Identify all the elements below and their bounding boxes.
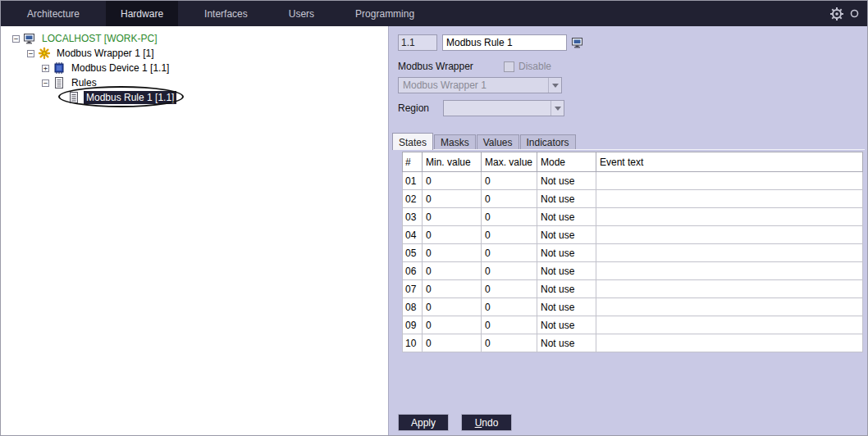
mode-cell[interactable]: Not use bbox=[537, 172, 596, 190]
mode-cell[interactable]: Not use bbox=[537, 208, 596, 226]
table-row[interactable]: 0900Not use bbox=[403, 316, 863, 334]
min-value-cell[interactable]: 0 bbox=[423, 280, 482, 298]
tab-masks[interactable]: Masks bbox=[434, 134, 476, 149]
tree-item-label: Modbus Wrapper 1 [1] bbox=[54, 47, 157, 60]
object-name-field[interactable] bbox=[442, 34, 567, 51]
mode-cell[interactable]: Not use bbox=[537, 244, 596, 262]
mode-cell[interactable]: Not use bbox=[537, 190, 596, 208]
event-text-cell[interactable] bbox=[596, 298, 863, 316]
collapse-icon[interactable]: − bbox=[12, 35, 20, 43]
region-dropdown[interactable] bbox=[443, 100, 564, 116]
max-value-cell[interactable]: 0 bbox=[482, 298, 537, 316]
apply-button[interactable]: Apply bbox=[398, 414, 449, 431]
object-id-field[interactable] bbox=[398, 34, 437, 51]
min-value-cell[interactable]: 0 bbox=[423, 316, 482, 334]
max-value-cell[interactable]: 0 bbox=[482, 244, 537, 262]
mode-cell[interactable]: Not use bbox=[537, 280, 596, 298]
min-value-cell[interactable]: 0 bbox=[423, 334, 482, 352]
event-text-cell[interactable] bbox=[596, 334, 863, 352]
event-text-cell[interactable] bbox=[596, 280, 863, 298]
panel-tabs: StatesMasksValuesIndicators bbox=[392, 133, 865, 150]
table-row[interactable]: 0400Not use bbox=[403, 226, 863, 244]
region-label: Region bbox=[398, 102, 429, 114]
column-header: Mode bbox=[537, 152, 596, 172]
min-value-cell[interactable]: 0 bbox=[423, 244, 482, 262]
min-value-cell[interactable]: 0 bbox=[423, 262, 482, 280]
table-row[interactable]: 0800Not use bbox=[403, 298, 863, 316]
collapse-icon[interactable]: − bbox=[42, 79, 49, 87]
event-text-cell[interactable] bbox=[596, 208, 863, 226]
table-row[interactable]: 0600Not use bbox=[403, 262, 863, 280]
topbar-tab-architecture[interactable]: Architecture bbox=[12, 1, 94, 26]
topbar-tab-hardware[interactable]: Hardware bbox=[106, 1, 178, 26]
min-value-cell[interactable]: 0 bbox=[423, 298, 482, 316]
max-value-cell[interactable]: 0 bbox=[482, 280, 537, 298]
max-value-cell[interactable]: 0 bbox=[482, 262, 537, 280]
min-value-cell[interactable]: 0 bbox=[423, 190, 482, 208]
hardware-tree: −LOCALHOST [WORK-PC]−Modbus Wrapper 1 [1… bbox=[1, 26, 388, 435]
tree-item[interactable]: −LOCALHOST [WORK-PC] bbox=[1, 31, 388, 46]
max-value-cell[interactable]: 0 bbox=[482, 334, 537, 352]
max-value-cell[interactable]: 0 bbox=[482, 208, 537, 226]
max-value-cell[interactable]: 0 bbox=[482, 226, 537, 244]
tree-item[interactable]: Modbus Rule 1 [1.1] bbox=[1, 90, 388, 105]
tree-item[interactable]: −Rules bbox=[1, 75, 388, 90]
topbar-tab-interfaces[interactable]: Interfaces bbox=[190, 1, 263, 26]
table-row[interactable]: 0200Not use bbox=[403, 190, 863, 208]
disable-label: Disable bbox=[519, 61, 551, 72]
topbar-tab-users[interactable]: Users bbox=[274, 1, 329, 26]
min-value-cell[interactable]: 0 bbox=[423, 172, 482, 190]
mode-cell[interactable]: Not use bbox=[537, 334, 596, 352]
tree-items: −LOCALHOST [WORK-PC]−Modbus Wrapper 1 [1… bbox=[1, 31, 388, 105]
row-number[interactable]: 03 bbox=[403, 208, 423, 226]
min-value-cell[interactable]: 0 bbox=[423, 208, 482, 226]
expand-icon[interactable]: + bbox=[42, 65, 49, 72]
row-number[interactable]: 02 bbox=[403, 190, 423, 208]
tree-item[interactable]: +Modbus Device 1 [1.1] bbox=[1, 61, 388, 75]
min-value-cell[interactable]: 0 bbox=[423, 226, 482, 244]
event-text-cell[interactable] bbox=[596, 316, 863, 334]
circle-icon[interactable] bbox=[850, 9, 859, 18]
table-row[interactable]: 0300Not use bbox=[403, 208, 863, 226]
row-number[interactable]: 09 bbox=[403, 316, 423, 334]
topbar: ArchitectureHardwareInterfacesUsersProgr… bbox=[1, 1, 867, 26]
tab-states[interactable]: States bbox=[392, 133, 433, 150]
wrapper-dropdown[interactable]: Modbus Wrapper 1 bbox=[398, 77, 562, 93]
mode-cell[interactable]: Not use bbox=[537, 298, 596, 316]
mode-cell[interactable]: Not use bbox=[537, 226, 596, 244]
table-header-row: #Min. valueMax. valueModeEvent text bbox=[403, 152, 863, 172]
event-text-cell[interactable] bbox=[596, 190, 863, 208]
topbar-tab-programming[interactable]: Programming bbox=[340, 1, 429, 26]
wrapper-dropdown-value: Modbus Wrapper 1 bbox=[403, 79, 487, 91]
event-text-cell[interactable] bbox=[596, 172, 863, 190]
states-table: #Min. valueMax. valueModeEvent text 0100… bbox=[402, 152, 863, 352]
row-number[interactable]: 04 bbox=[403, 226, 423, 244]
mode-cell[interactable]: Not use bbox=[537, 316, 596, 334]
table-row[interactable]: 0100Not use bbox=[403, 172, 863, 190]
table-row[interactable]: 0500Not use bbox=[403, 244, 863, 262]
table-row[interactable]: 1000Not use bbox=[403, 334, 863, 352]
row-number[interactable]: 01 bbox=[403, 172, 423, 190]
collapse-icon[interactable]: − bbox=[27, 50, 34, 57]
max-value-cell[interactable]: 0 bbox=[482, 316, 537, 334]
tree-item-label: Modbus Rule 1 [1.1] bbox=[84, 91, 176, 104]
row-number[interactable]: 05 bbox=[403, 244, 423, 262]
row-number[interactable]: 10 bbox=[403, 334, 423, 352]
event-text-cell[interactable] bbox=[596, 244, 863, 262]
row-number[interactable]: 06 bbox=[403, 262, 423, 280]
undo-button[interactable]: Undo bbox=[461, 414, 512, 431]
max-value-cell[interactable]: 0 bbox=[482, 190, 537, 208]
event-text-cell[interactable] bbox=[596, 226, 863, 244]
device-icon bbox=[53, 61, 66, 75]
mode-cell[interactable]: Not use bbox=[537, 262, 596, 280]
tab-indicators[interactable]: Indicators bbox=[520, 134, 576, 149]
max-value-cell[interactable]: 0 bbox=[482, 172, 537, 190]
row-number[interactable]: 08 bbox=[403, 298, 423, 316]
tree-item[interactable]: −Modbus Wrapper 1 [1] bbox=[1, 46, 388, 61]
disable-checkbox[interactable] bbox=[504, 61, 514, 72]
table-row[interactable]: 0700Not use bbox=[403, 280, 863, 298]
event-text-cell[interactable] bbox=[596, 262, 863, 280]
tab-values[interactable]: Values bbox=[477, 134, 519, 149]
row-number[interactable]: 07 bbox=[403, 280, 423, 298]
gear-icon[interactable] bbox=[829, 7, 844, 21]
